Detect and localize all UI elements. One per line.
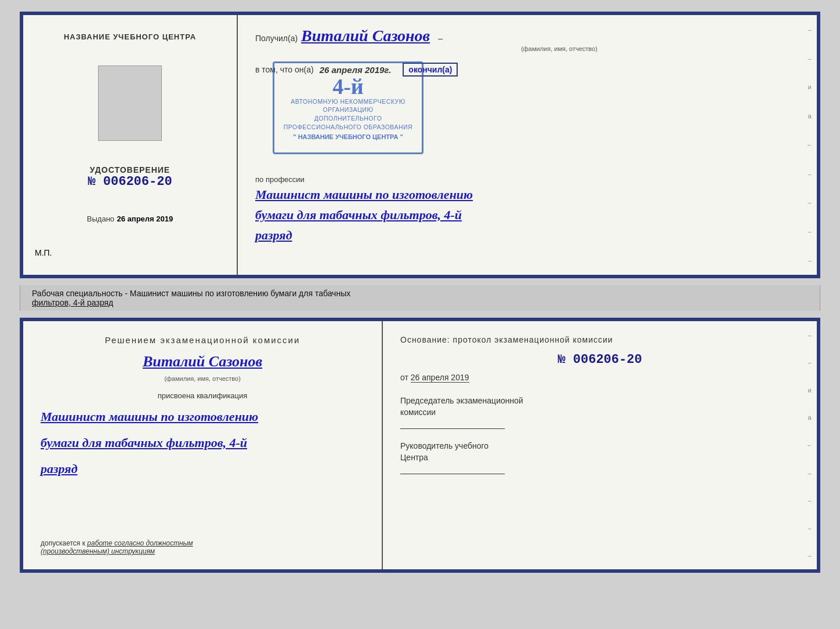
predsedatel-block: Председатель экзаменационной комиссии: [400, 395, 799, 429]
profession-line2: бумаги для табачных фильтров, 4-й: [255, 206, 799, 224]
bottom-document: Решением экзаменационной комиссии Витали…: [20, 318, 820, 573]
mp-label: М.П.: [35, 248, 52, 257]
dash-3: –: [808, 170, 811, 177]
barrow-label: ←: [806, 442, 813, 449]
stamp-line1: АВТОНОМНУЮ НЕКОММЕРЧЕСКУЮ ОРГАНИЗАЦИЮ: [279, 97, 417, 114]
dopuskaetsya-prefix: допускается к: [41, 539, 85, 547]
bottom-right: Основание: протокол экзаменационной коми…: [383, 321, 817, 569]
rukovoditel-line2: Центра: [400, 453, 428, 462]
qualification-line3: разряд: [41, 460, 364, 478]
rukovoditel-block: Руководитель учебного Центра: [400, 441, 799, 474]
center-label: НАЗВАНИЕ УЧЕБНОГО ЦЕНТРА: [64, 32, 196, 41]
fio-sub-top: (фамилия, имя, отчество): [319, 45, 799, 52]
bdash-1: –: [808, 332, 811, 339]
bi-label: и: [808, 387, 811, 394]
bdash-5: –: [808, 525, 811, 532]
vtom-prefix: в том, что он(а): [255, 65, 314, 74]
protocol-number: № 006206-20: [400, 352, 799, 367]
a-label: а: [808, 112, 811, 119]
bdash-4: –: [808, 497, 811, 504]
i-label: и: [808, 83, 811, 90]
dopuskaetsya-cursive2: (производственным) инструкциям: [41, 547, 155, 555]
rukovoditel-line1: Руководитель учебного: [400, 441, 488, 450]
page-wrapper: НАЗВАНИЕ УЧЕБНОГО ЦЕНТРА УДОСТОВЕРЕНИЕ №…: [0, 0, 840, 629]
bdash-3: –: [808, 470, 811, 477]
ot-prefix: от: [400, 373, 408, 382]
dash-1: –: [808, 26, 811, 33]
recipient-name: Виталий Сазонов: [301, 27, 430, 45]
qualification-line1: Машинист машины по изготовлению: [41, 408, 364, 426]
fio-sub-bottom: (фамилия, имя, отчество): [41, 375, 364, 382]
predsedatel-line1: Председатель экзаменационной: [400, 396, 523, 405]
prisvoena: присвоена квалификация: [41, 391, 364, 400]
osnovanie-text: Основание: протокол экзаменационной коми…: [400, 335, 799, 344]
poluchil-prefix: Получил(а): [255, 34, 298, 43]
top-document: НАЗВАНИЕ УЧЕБНОГО ЦЕНТРА УДОСТОВЕРЕНИЕ №…: [20, 12, 820, 278]
right-edge-dashes: – – и а ← – – – –: [802, 15, 817, 275]
ba-label: а: [808, 414, 811, 421]
stamp-line2: ДОПОЛНИТЕЛЬНОГО ПРОФЕССИОНАЛЬНОГО ОБРАЗО…: [279, 114, 417, 131]
dash: –: [438, 34, 443, 43]
resheniyem-title: Решением экзаменационной комиссии: [41, 335, 364, 345]
photo-placeholder: [98, 66, 162, 141]
qualification-line2: бумаги для табачных фильтров, 4-й: [41, 434, 364, 452]
dash-5: –: [808, 228, 811, 235]
predsedatel-signature-line: [400, 428, 505, 429]
dopuskaetsya: допускается к работе согласно должностны…: [41, 528, 364, 555]
doc-left: НАЗВАНИЕ УЧЕБНОГО ЦЕНТРА УДОСТОВЕРЕНИЕ №…: [23, 15, 238, 275]
bdash-2: –: [808, 359, 811, 366]
rukovoditel-title: Руководитель учебного Центра: [400, 441, 799, 463]
doc-right: Получил(а) Виталий Сазонов – (фамилия, и…: [238, 15, 817, 275]
udostoverenie-block: УДОСТОВЕРЕНИЕ № 006206-20: [88, 165, 172, 189]
vtom-row: в том, что он(а) 26 апреля 2019г. окончи…: [255, 63, 799, 77]
vydano-label: Выдано: [87, 214, 114, 223]
middle-text2: фильтров, 4-й разряд: [32, 298, 113, 307]
poluchil-row: Получил(а) Виталий Сазонов –: [255, 27, 799, 45]
ot-date: от 26 апреля 2019: [400, 373, 799, 383]
dash-4: –: [808, 199, 811, 206]
vydano-date: 26 апреля 2019: [117, 214, 173, 223]
dash-2: –: [808, 55, 811, 62]
po-professii: по профессии: [255, 175, 799, 184]
dash-6: –: [808, 257, 811, 264]
stamp-num: 4-й: [332, 75, 364, 97]
stamp-line3: " НАЗВАНИЕ УЧЕБНОГО ЦЕНТРА ": [293, 133, 403, 140]
dopuskaetsya-cursive: работе согласно должностным: [87, 539, 193, 547]
okonchil-box: окончил(а): [403, 63, 458, 77]
rukovoditel-signature-line: [400, 474, 505, 474]
bottom-left: Решением экзаменационной комиссии Витали…: [23, 321, 383, 569]
predsedatel-line2: комиссии: [400, 408, 436, 417]
udostoverenie-number: № 006206-20: [88, 174, 172, 189]
bdash-6: –: [808, 552, 811, 559]
predsedatel-title: Председатель экзаменационной комиссии: [400, 395, 799, 418]
vtom-date: 26 апреля 2019г.: [320, 65, 392, 75]
udostoverenie-title: УДОСТОВЕРЕНИЕ: [88, 165, 172, 174]
vydano-line: Выдано 26 апреля 2019: [87, 213, 173, 224]
profession-line3: разряд: [255, 227, 799, 245]
arrow-label: ←: [806, 141, 813, 148]
ot-date-value: 26 апреля 2019: [411, 373, 469, 383]
cursive-name: Виталий Сазонов: [41, 353, 364, 370]
profession-line1: Машинист машины по изготовлению: [255, 186, 799, 204]
right-edge-dashes-bottom: – – и а ← – – – –: [802, 321, 817, 569]
middle-text1: Рабочая специальность - Машинист машины …: [32, 289, 350, 298]
middle-strip: Рабочая специальность - Машинист машины …: [20, 285, 820, 311]
